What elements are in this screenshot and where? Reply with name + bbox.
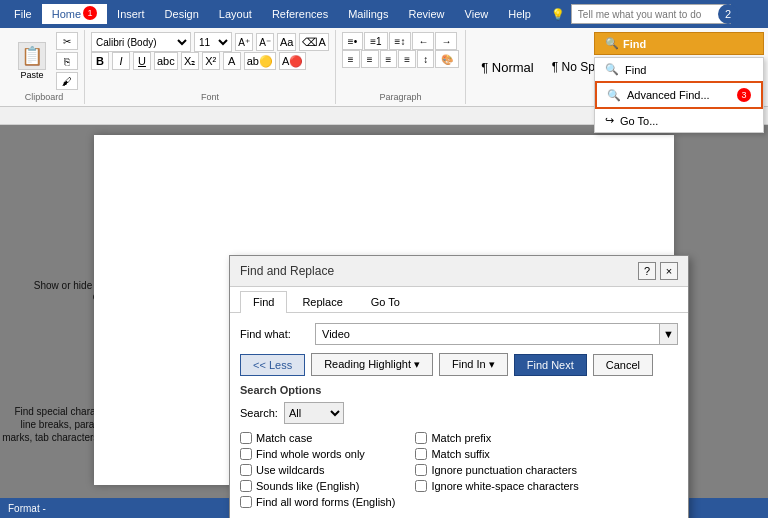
style-normal[interactable]: ¶ Normal (472, 47, 543, 87)
find-what-input[interactable] (315, 323, 660, 345)
ignore-punct-checkbox[interactable] (415, 464, 427, 476)
match-suffix-row: Match suffix (415, 448, 578, 460)
all-word-forms-row: Find all word forms (English) (240, 496, 395, 508)
cancel-button[interactable]: Cancel (593, 354, 653, 376)
ignore-punct-label: Ignore punctuation characters (431, 464, 577, 476)
clear-format-button[interactable]: ⌫A (299, 33, 328, 51)
user-avatar: 2 (718, 4, 738, 24)
copy-button[interactable]: ⎘ (56, 52, 78, 70)
shrink-font-button[interactable]: A⁻ (256, 33, 274, 51)
highlight-button[interactable]: ab🟡 (244, 52, 276, 70)
search-icon: 🔍 (605, 37, 619, 50)
line-spacing-button[interactable]: ↕ (417, 50, 434, 68)
ribbon-tab-bar: File Home1 Insert Design Layout Referenc… (0, 0, 768, 28)
text-effects-button[interactable]: A (223, 52, 241, 70)
strikethrough-button[interactable]: abc (154, 52, 178, 70)
find-next-button[interactable]: Find Next (514, 354, 587, 376)
tab-help[interactable]: Help (498, 4, 541, 24)
increase-indent-button[interactable]: → (435, 32, 457, 50)
find-what-row: Find what: ▼ (240, 323, 678, 345)
ignore-whitespace-checkbox[interactable] (415, 480, 427, 492)
tell-me-input[interactable] (571, 4, 731, 24)
cut-button[interactable]: ✂ (56, 32, 78, 50)
align-left-button[interactable]: ≡ (342, 50, 360, 68)
search-select[interactable]: All (284, 402, 344, 424)
bold-button[interactable]: B (91, 52, 109, 70)
tab-file[interactable]: File (4, 4, 42, 24)
font-name-row: Calibri (Body) 11 A⁺ A⁻ Aa ⌫A (91, 32, 329, 52)
match-case-checkbox[interactable] (240, 432, 252, 444)
dialog-close-button[interactable]: × (660, 262, 678, 280)
match-case-label: Match case (256, 432, 312, 444)
tab-insert[interactable]: Insert (107, 4, 155, 24)
ignore-whitespace-row: Ignore white-space characters (415, 480, 578, 492)
tab-mailings[interactable]: Mailings (338, 4, 398, 24)
find-in-button[interactable]: Find In ▾ (439, 353, 508, 376)
doc-page: Find and Replace ? × Find Replace Go To … (94, 135, 674, 485)
clipboard-group: 📋 Paste ✂ ⎘ 🖌 Clipboard (4, 30, 85, 104)
align-right-button[interactable]: ≡ (380, 50, 398, 68)
bullets-button[interactable]: ≡• (342, 32, 363, 50)
case-button[interactable]: Aa (277, 33, 296, 51)
font-label: Font (91, 90, 329, 102)
dialog-title: Find and Replace (240, 264, 334, 278)
dialog-tab-find[interactable]: Find (240, 291, 287, 313)
search-options-section: Match case Find whole words only Use wil… (240, 432, 678, 508)
font-color-button[interactable]: A🔴 (279, 52, 306, 70)
find-what-label: Find what: (240, 328, 315, 340)
match-case-row: Match case (240, 432, 395, 444)
goto-icon: ↪ (605, 114, 614, 127)
format-painter-button[interactable]: 🖌 (56, 72, 78, 90)
align-center-button[interactable]: ≡ (361, 50, 379, 68)
tab-review[interactable]: Review (399, 4, 455, 24)
font-size-select[interactable]: 11 (194, 32, 232, 52)
grow-font-button[interactable]: A⁺ (235, 33, 253, 51)
wildcards-checkbox[interactable] (240, 464, 252, 476)
find-simple-item[interactable]: 🔍 Find (595, 58, 763, 81)
sounds-like-checkbox[interactable] (240, 480, 252, 492)
find-simple-icon: 🔍 (605, 63, 619, 76)
shading-button[interactable]: 🎨 (435, 50, 459, 68)
reading-highlight-button[interactable]: Reading Highlight ▾ (311, 353, 433, 376)
subscript-button[interactable]: X₂ (181, 52, 199, 70)
tab-design[interactable]: Design (155, 4, 209, 24)
match-prefix-checkbox[interactable] (415, 432, 427, 444)
whole-words-label: Find whole words only (256, 448, 365, 460)
dialog-tab-replace[interactable]: Replace (289, 291, 355, 312)
wildcards-label: Use wildcards (256, 464, 324, 476)
dialog-question-button[interactable]: ? (638, 262, 656, 280)
font-style-row: B I U abc X₂ X² A ab🟡 A🔴 (91, 52, 306, 70)
multilevel-button[interactable]: ≡↕ (389, 32, 412, 50)
tab-layout[interactable]: Layout (209, 4, 262, 24)
sounds-like-row: Sounds like (English) (240, 480, 395, 492)
find-button[interactable]: 🔍 Find (594, 32, 764, 55)
dialog-controls: ? × (638, 262, 678, 280)
whole-words-checkbox[interactable] (240, 448, 252, 460)
tab-references[interactable]: References (262, 4, 338, 24)
paste-button[interactable]: 📋 Paste (10, 38, 54, 84)
italic-button[interactable]: I (112, 52, 130, 70)
advanced-find-item[interactable]: 🔍 Advanced Find... 3 (595, 81, 763, 109)
status-format-label: Format - (8, 503, 46, 514)
find-simple-label: Find (625, 64, 646, 76)
font-name-select[interactable]: Calibri (Body) (91, 32, 191, 52)
dialog-tab-goto[interactable]: Go To (358, 291, 413, 312)
find-badge: 3 (737, 88, 751, 102)
underline-button[interactable]: U (133, 52, 151, 70)
decrease-indent-button[interactable]: ← (412, 32, 434, 50)
superscript-button[interactable]: X² (202, 52, 220, 70)
less-button[interactable]: << Less (240, 354, 305, 376)
match-suffix-checkbox[interactable] (415, 448, 427, 460)
search-col-right: Match prefix Match suffix Ignore punctua… (415, 432, 578, 508)
all-word-forms-checkbox[interactable] (240, 496, 252, 508)
doc-area: Show or hide search options → Find speci… (0, 125, 768, 518)
numbering-button[interactable]: ≡1 (364, 32, 387, 50)
tab-view[interactable]: View (455, 4, 499, 24)
justify-button[interactable]: ≡ (398, 50, 416, 68)
dialog-action-buttons: << Less Reading Highlight ▾ Find In ▾ Fi… (240, 353, 678, 376)
find-what-arrow[interactable]: ▼ (660, 323, 678, 345)
ribbon: File Home1 Insert Design Layout Referenc… (0, 0, 768, 107)
paste-label: Paste (20, 70, 43, 80)
tab-home[interactable]: Home1 (42, 4, 107, 24)
goto-item[interactable]: ↪ Go To... (595, 109, 763, 132)
